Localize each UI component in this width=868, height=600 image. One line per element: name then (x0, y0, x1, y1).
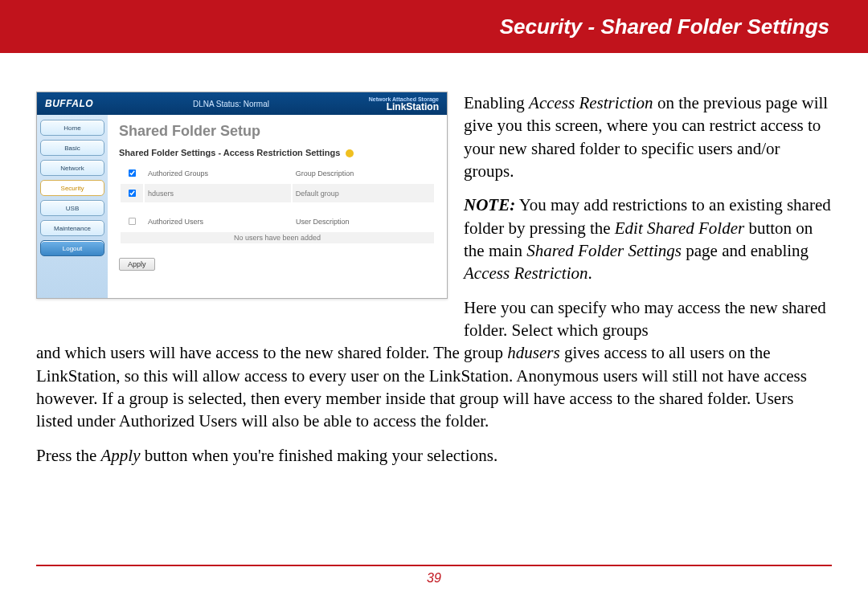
paragraph-note: NOTE: You may add restrictions to an exi… (464, 194, 832, 284)
right-text-column: Enabling Access Restriction on the previ… (464, 92, 832, 341)
nav-logout[interactable]: Logout (40, 240, 104, 256)
no-users-message: No users have been added (121, 232, 434, 243)
content: BUFFALO DLNA Status: Normal Network Atta… (0, 53, 868, 467)
paragraph-3-start: Here you can specify who may access the … (464, 296, 832, 342)
p3-lead-in: Here you can specify who may access the … (464, 298, 826, 340)
help-icon[interactable] (346, 149, 354, 157)
product-name: Network Attached Storage LinkStation (369, 96, 439, 112)
group-desc-cell: Default group (293, 184, 434, 202)
page-number: 39 (427, 571, 441, 585)
nav-usb[interactable]: USB (40, 200, 104, 216)
brand-logo: BUFFALO (45, 98, 93, 109)
sidebar-nav: Home Basic Network Security USB Maintena… (37, 115, 108, 298)
p1-part-a: Enabling (464, 93, 529, 112)
nav-home[interactable]: Home (40, 120, 104, 136)
shot-topbar: BUFFALO DLNA Status: Normal Network Atta… (37, 92, 447, 115)
users-table: Authorized Users User Description No use… (119, 210, 436, 245)
footer: 39 (0, 565, 868, 586)
page-title: Security - Shared Folder Settings (500, 14, 829, 39)
paragraph-4: Press the Apply button when you're finis… (36, 444, 832, 467)
p2-part-b: Edit Shared Folder (615, 218, 744, 238)
group-name-cell: hdusers (145, 184, 291, 202)
nav-network[interactable]: Network (40, 160, 104, 176)
dlna-status: DLNA Status: Normal (193, 100, 269, 108)
p2-part-f: Access Restriction (464, 263, 588, 283)
nav-security[interactable]: Security (40, 180, 104, 196)
header-bar: Security - Shared Folder Settings (0, 0, 868, 53)
p4-part-c: button when you're finished making your … (140, 446, 497, 465)
p3-hdusers: hdusers (507, 343, 559, 362)
group-row-checkbox[interactable] (129, 190, 136, 197)
body-text: and which users will have access to the … (36, 341, 832, 467)
shot-body: Home Basic Network Security USB Maintena… (37, 115, 447, 298)
p1-part-b: Access Restriction (529, 93, 653, 112)
col-group-description: Group Description (293, 164, 434, 182)
no-users-row: No users have been added (121, 232, 434, 243)
ui-screenshot: BUFFALO DLNA Status: Normal Network Atta… (36, 92, 448, 299)
panel-subheading: Shared Folder Settings - Access Restrict… (119, 148, 436, 157)
nav-maintenance[interactable]: Maintenance (40, 220, 104, 236)
nav-basic[interactable]: Basic (40, 140, 104, 156)
group-row: hdusers Default group (121, 184, 434, 202)
p3-cont-a: and which users will have access to the … (36, 343, 507, 362)
paragraph-3-cont: and which users will have access to the … (36, 341, 832, 432)
group-checkbox-header[interactable] (129, 169, 136, 177)
paragraph-1: Enabling Access Restriction on the previ… (464, 92, 832, 182)
panel-heading: Shared Folder Setup (119, 123, 436, 140)
col-authorized-groups: Authorized Groups (145, 164, 291, 182)
p2-part-d: Shared Folder Settings (526, 241, 682, 260)
panel-subheading-text: Shared Folder Settings - Access Restrict… (119, 148, 340, 157)
p2-part-g: . (588, 263, 592, 283)
p4-part-b: Apply (101, 446, 141, 465)
note-label: NOTE: (464, 195, 515, 214)
footer-divider (36, 565, 832, 566)
p4-part-a: Press the (36, 446, 101, 465)
shot-main-panel: Shared Folder Setup Shared Folder Settin… (108, 115, 447, 298)
groups-table: Authorized Groups Group Description hdus… (119, 162, 436, 204)
p2-part-e: page and enabling (682, 241, 809, 260)
user-checkbox-header[interactable] (129, 218, 136, 225)
product-title: LinkStation (369, 102, 439, 112)
col-authorized-users: Authorized Users (145, 212, 291, 231)
top-row: BUFFALO DLNA Status: Normal Network Atta… (36, 92, 832, 341)
apply-button[interactable]: Apply (119, 258, 155, 271)
col-user-description: User Description (293, 212, 434, 231)
